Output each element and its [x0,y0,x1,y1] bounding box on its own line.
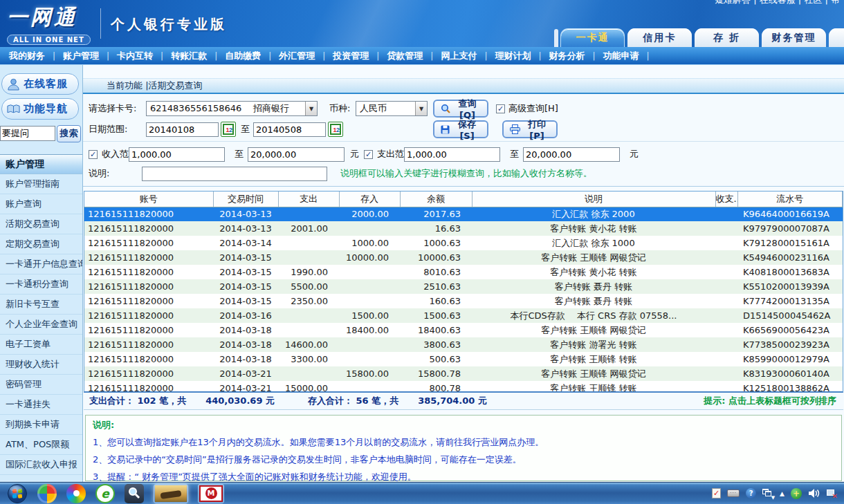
sidebar-item[interactable]: 理财收入统计 [0,355,82,375]
menu-item[interactable]: 网上支付 [433,50,484,62]
transaction-row[interactable]: 1216151118200002014-03-1814600.003800.63… [84,337,843,352]
description-input[interactable] [142,167,327,181]
query-button[interactable]: 查询[Q] [433,100,488,118]
transaction-row[interactable]: 1216151118200002014-03-1510000.0010000.6… [84,250,843,265]
print-button[interactable]: 打印[P] [502,120,558,138]
transaction-row[interactable]: 1216151118200002014-03-2115000.00800.78客… [84,381,843,393]
sidebar-item[interactable]: 一卡通开户信息查询 [0,254,82,274]
sidebar-item[interactable]: 活期交易查询 [0,214,82,234]
currency-select[interactable]: 人民币 ▼ [356,101,428,116]
pinwheel-app-icon[interactable] [37,484,57,503]
date-to-input[interactable] [253,122,326,137]
column-header-serial[interactable]: 流水号 [737,192,843,207]
sidebar-item[interactable]: 新旧卡号互查 [0,295,82,315]
cell-balance: 2510.63 [400,279,472,294]
sidebar-item[interactable]: 一卡通积分查询 [0,274,82,295]
calendar-to-button[interactable]: 12 [328,122,343,137]
expense-range-checkbox[interactable]: ✓ [364,150,373,159]
sidebar-item[interactable]: 国际汇款收入申报 [0,455,82,475]
income-to-input[interactable] [248,147,345,162]
date-from-input[interactable] [146,122,219,137]
online-service-button[interactable]: 在线客服 [1,73,79,95]
antivirus-tray-icon[interactable]: + [791,488,802,499]
column-header-time[interactable]: 交易时间 [213,192,278,207]
sidebar-item[interactable]: 到期换卡申请 [0,415,82,435]
transaction-row[interactable]: 1216151118200002014-03-1818400.0018400.6… [84,323,843,337]
card-label: 请选择卡号: [89,102,136,115]
rainbow-swirl-app-icon[interactable] [66,484,86,503]
transaction-row[interactable]: 1216151118200002014-03-141000.001000.63汇… [84,236,843,250]
menu-item[interactable]: 财务分析 [541,50,592,62]
tab-财务管理[interactable]: 财务管理 [762,28,826,47]
question-search-input[interactable] [0,126,55,141]
keyboard-tray-icon[interactable]: ··· [727,489,740,497]
save-button[interactable]: 保存[S] [433,120,488,138]
menu-item[interactable]: 贷款管理 [379,50,430,62]
cell-serial: K9797900007087A [737,221,843,236]
start-button[interactable] [7,483,28,504]
expense-to-input[interactable] [523,147,620,162]
column-header-account[interactable]: 账号 [84,192,213,207]
calendar-from-button[interactable]: 12 [221,122,236,137]
tab-partial[interactable] [829,28,844,47]
transaction-row[interactable]: 1216151118200002014-03-183300.00500.63客户… [84,352,843,366]
sidebar-item[interactable]: 定期交易查询 [0,234,82,254]
column-header-balance[interactable]: 余额 [400,192,472,207]
menu-item[interactable]: 投资管理 [325,50,376,62]
volume-tray-icon[interactable] [808,488,820,498]
cmb-app-taskbar-button[interactable]: M [198,484,224,503]
column-header-description[interactable]: 说明 [472,192,715,207]
sidebar-menu-header[interactable]: 账户管理 [0,154,82,174]
tab-存 折[interactable]: 存 折 [695,28,759,47]
income-range-checkbox[interactable]: ✓ [89,150,98,159]
menu-item[interactable]: 账户管理 [55,50,107,62]
sidebar-item[interactable]: 电子工资单 [0,335,82,355]
column-header-deposit[interactable]: 存入 [339,192,400,207]
income-from-input[interactable] [129,147,225,162]
help-tray-icon[interactable]: ? [746,488,756,498]
menu-item[interactable]: 自助缴费 [217,50,268,62]
menu-item[interactable]: 外汇管理 [271,50,322,62]
menu-item[interactable]: 功能申请 [596,50,647,62]
tab-一卡通[interactable]: 一卡通 [560,28,625,47]
search-tool-app-icon[interactable] [125,484,144,503]
card-select[interactable]: 6214836556158646 招商银行 ▼ [146,101,318,116]
window-restore-tray-icon[interactable]: ▼ [762,489,773,498]
transaction-row[interactable]: 1216151118200002014-03-152350.00160.63客户… [84,294,843,308]
sidebar-item[interactable]: 一卡通挂失 [0,395,82,415]
transaction-row[interactable]: 1216151118200002014-03-151990.008010.63客… [84,265,843,279]
advanced-query-checkbox[interactable]: ✓ [496,104,505,113]
sidebar-item[interactable]: ATM、POS限额 [0,435,82,455]
cell-time: 2014-03-14 [213,236,278,250]
transaction-row[interactable]: 1216151118200002014-03-132001.0016.63客户转… [84,221,843,236]
menu-item[interactable]: 理财计划 [487,50,538,62]
top-help-links[interactable]: 疑难解答 | 在线客服 | 社区 | 帮 [715,0,840,6]
income-total-amount: 385,704.00 元 [418,395,487,407]
menu-item[interactable]: 卡内互转 [109,50,160,62]
transaction-row[interactable]: 1216151118200002014-03-2115800.0015800.7… [84,366,843,381]
transaction-row[interactable]: 1216151118200002014-03-155500.002510.63客… [84,279,843,294]
tab-信用卡[interactable]: 信用卡 [627,28,692,47]
sidebar-item[interactable]: 账户查询 [0,194,82,214]
search-button[interactable]: 搜索 [57,125,81,142]
column-header-expense[interactable]: 支出 [278,192,339,207]
show-hidden-icons-button[interactable]: ▲ [780,490,785,497]
sidebar-item[interactable]: 密码管理 [0,375,82,395]
green-e-browser-icon[interactable]: e [95,484,115,503]
cell-description: 客户转账 王顺锋 网银贷记 [472,323,715,337]
menu-separator: | [647,51,650,61]
sidebar-item[interactable]: 账户管理指南 [0,174,82,194]
menu-item[interactable]: 转账汇款 [163,50,214,62]
menu-item[interactable]: 我的财务 [1,50,53,62]
sidebar-item[interactable]: 个人企业年金查询 [0,315,82,335]
network-status-tray-icon[interactable]: ✕ [826,489,837,498]
transaction-row[interactable]: 1216151118200002014-03-161500.001500.63本… [84,308,843,323]
income-yuan-label: 元 [350,148,359,160]
expense-from-input[interactable] [404,147,500,162]
bank-app-taskbar-button[interactable] [154,484,188,503]
cell-expense [278,323,339,337]
notepad-tray-icon[interactable]: ✓ [712,488,721,498]
transaction-row[interactable]: 1216151118200002014-03-132000.002017.63汇… [84,207,843,221]
column-header-direction[interactable]: 收支... [715,192,737,207]
function-nav-button[interactable]: 功能导航 [1,98,79,120]
